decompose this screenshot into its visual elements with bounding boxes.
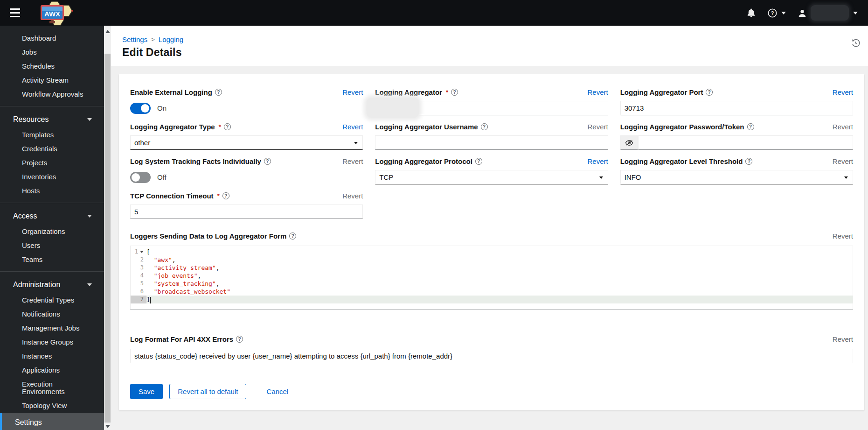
sidebar-item-credentials[interactable]: Credentials: [0, 142, 104, 156]
revert-link[interactable]: Revert: [342, 123, 363, 131]
field-log-format-4xx: Log Format For API 4XX Errors ? Revert: [130, 335, 853, 363]
question-circle-icon: ?: [768, 8, 777, 18]
user-menu-button[interactable]: [798, 5, 858, 21]
help-icon[interactable]: ?: [264, 158, 271, 165]
sidebar-group-resources[interactable]: Resources: [0, 111, 104, 128]
sidebar-item-credential-types[interactable]: Credential Types: [0, 293, 104, 307]
help-icon[interactable]: ?: [222, 192, 229, 199]
notifications-button[interactable]: [747, 8, 756, 18]
logging-aggregator-password-input[interactable]: [638, 135, 853, 150]
sidebar-item-schedules[interactable]: Schedules: [0, 59, 104, 73]
sidebar-item-topology-view[interactable]: Topology View: [0, 399, 104, 413]
logging-aggregator-port-input[interactable]: [620, 101, 853, 115]
field-label: Enable External Logging ?: [130, 88, 222, 96]
code-text: "system_tracking",: [146, 280, 853, 288]
sidebar-item-notifications[interactable]: Notifications: [0, 307, 104, 321]
tcp-connection-timeout-input[interactable]: [130, 204, 363, 219]
logging-aggregator-username-input[interactable]: [375, 135, 608, 150]
log-system-tracking-toggle[interactable]: [130, 172, 151, 183]
help-icon[interactable]: ?: [747, 123, 754, 130]
help-icon[interactable]: ?: [745, 158, 752, 165]
revert-link-disabled: Revert: [587, 123, 608, 131]
field-logging-aggregator-username: Logging Aggregator Username ? Revert: [375, 123, 608, 150]
help-icon[interactable]: ?: [706, 89, 713, 96]
help-icon[interactable]: ?: [215, 89, 222, 96]
sidebar-item-templates[interactable]: Templates: [0, 128, 104, 142]
code-line: 7]: [131, 296, 853, 303]
logging-aggregator-input[interactable]: [375, 101, 608, 115]
sidebar-item-dashboard[interactable]: Dashboard: [0, 31, 104, 45]
chevron-down-icon: [599, 176, 603, 179]
code-text: [: [146, 248, 853, 256]
logging-aggregator-protocol-select[interactable]: TCP: [375, 170, 608, 184]
revert-link[interactable]: Revert: [587, 157, 608, 165]
help-icon[interactable]: ?: [475, 158, 482, 165]
field-enable-external-logging: Enable External Logging ? Revert On: [130, 88, 363, 115]
logging-aggregator-type-select[interactable]: other: [130, 135, 363, 150]
revert-link-disabled: Revert: [833, 157, 853, 165]
sidebar: DashboardJobsSchedulesActivity StreamWor…: [0, 26, 104, 430]
cancel-button[interactable]: Cancel: [258, 384, 296, 399]
breadcrumb-separator: >: [151, 36, 155, 43]
help-icon[interactable]: ?: [451, 89, 458, 96]
breadcrumb-logging-link[interactable]: Logging: [159, 35, 183, 43]
sidebar-item-management-jobs[interactable]: Management Jobs: [0, 321, 104, 335]
field-label: Logging Aggregator * ?: [375, 88, 458, 96]
toggle-state-label: On: [157, 104, 167, 112]
sidebar-item-settings[interactable]: Settings: [0, 413, 104, 430]
caret-down-icon: [853, 12, 858, 14]
revert-link[interactable]: Revert: [342, 88, 363, 96]
sidebar-group-access[interactable]: Access: [0, 208, 104, 225]
awx-logo[interactable]: AWX: [35, 0, 77, 26]
field-logging-aggregator-level: Logging Aggregator Level Threshold ? Rev…: [620, 157, 853, 184]
scrollbar-thumb[interactable]: [104, 54, 111, 423]
help-icon[interactable]: ?: [289, 233, 296, 240]
sidebar-item-teams[interactable]: Teams: [0, 253, 104, 267]
sidebar-divider: [0, 203, 104, 203]
loggers-code-editor[interactable]: 1[2 "awx",3 "activity_stream",4 "job_eve…: [130, 246, 853, 310]
sidebar-item-projects[interactable]: Projects: [0, 156, 104, 170]
save-button[interactable]: Save: [130, 384, 163, 399]
field-label: Logging Aggregator Username ?: [375, 123, 487, 131]
field-label: Logging Aggregator Type * ?: [130, 123, 231, 131]
sidebar-item-organizations[interactable]: Organizations: [0, 225, 104, 239]
line-number: 4: [131, 272, 146, 280]
sidebar-item-instances[interactable]: Instances: [0, 349, 104, 363]
sidebar-item-workflow-approvals[interactable]: Workflow Approvals: [0, 87, 104, 101]
sidebar-item-instance-groups[interactable]: Instance Groups: [0, 335, 104, 349]
logging-aggregator-level-select[interactable]: INFO: [620, 170, 853, 184]
revert-link[interactable]: Revert: [833, 88, 853, 96]
sidebar-item-activity-stream[interactable]: Activity Stream: [0, 73, 104, 87]
field-label: Logging Aggregator Level Threshold ?: [620, 157, 753, 165]
scroll-down-arrow-icon[interactable]: [105, 425, 110, 428]
hamburger-icon[interactable]: [7, 4, 28, 22]
sidebar-item-execution-environments[interactable]: Execution Environments: [0, 377, 104, 399]
log-format-4xx-input[interactable]: [130, 349, 853, 363]
help-menu-button[interactable]: ?: [768, 8, 786, 18]
revision-history-button[interactable]: [851, 38, 861, 49]
help-icon[interactable]: ?: [224, 123, 231, 130]
scroll-up-arrow-icon[interactable]: [105, 30, 110, 33]
help-icon[interactable]: ?: [236, 336, 243, 343]
sidebar-item-users[interactable]: Users: [0, 239, 104, 253]
sidebar-item-applications[interactable]: Applications: [0, 363, 104, 377]
sidebar-item-inventories[interactable]: Inventories: [0, 170, 104, 184]
revert-link[interactable]: Revert: [587, 88, 608, 96]
sidebar-item-jobs[interactable]: Jobs: [0, 45, 104, 59]
fold-caret-icon[interactable]: [140, 251, 144, 253]
sidebar-group-administration[interactable]: Administration: [0, 276, 104, 293]
code-line: 5 "system_tracking",: [131, 280, 853, 288]
field-label: Logging Aggregator Protocol ?: [375, 157, 482, 165]
code-line: 6 "broadcast_websocket": [131, 288, 853, 296]
field-loggers-form: Loggers Sending Data to Log Aggregator F…: [130, 232, 853, 310]
breadcrumb-settings-link[interactable]: Settings: [122, 35, 147, 43]
page-header: Settings > Logging Edit Details: [111, 26, 868, 66]
sidebar-item-hosts[interactable]: Hosts: [0, 184, 104, 198]
help-icon[interactable]: ?: [481, 123, 488, 130]
content-scrollbar[interactable]: [104, 26, 111, 430]
enable-external-logging-toggle[interactable]: [130, 103, 151, 114]
field-label: Logging Aggregator Password/Token ?: [620, 123, 754, 131]
required-asterisk: *: [446, 89, 448, 96]
revert-all-button[interactable]: Revert all to default: [169, 384, 246, 399]
show-password-button[interactable]: [620, 135, 638, 150]
